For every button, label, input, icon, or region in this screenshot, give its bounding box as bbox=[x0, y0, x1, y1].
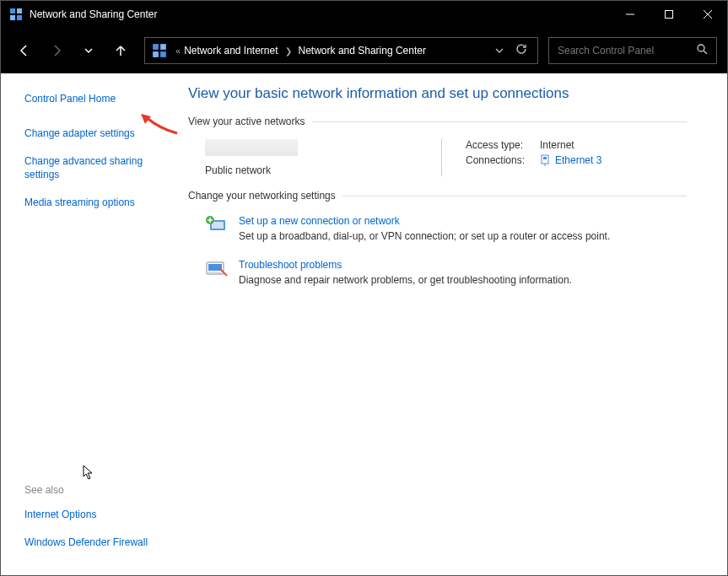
svg-rect-9 bbox=[160, 44, 166, 50]
address-dropdown-icon[interactable] bbox=[495, 43, 504, 58]
up-button[interactable] bbox=[107, 37, 134, 64]
divider bbox=[342, 196, 687, 196]
svg-rect-15 bbox=[543, 157, 547, 159]
troubleshoot-link[interactable]: Troubleshoot problems bbox=[239, 259, 572, 271]
vertical-divider bbox=[441, 139, 442, 176]
access-type-label: Access type: bbox=[466, 139, 540, 151]
sidebar-link-adapter[interactable]: Change adapter settings bbox=[24, 123, 170, 144]
address-bar[interactable]: « Network and Internet ❯ Network and Sha… bbox=[144, 37, 538, 64]
divider bbox=[312, 121, 687, 122]
svg-point-12 bbox=[698, 45, 704, 51]
location-icon bbox=[152, 43, 167, 58]
network-name-redacted bbox=[205, 139, 298, 156]
maximize-button[interactable] bbox=[650, 1, 688, 28]
svg-line-13 bbox=[704, 51, 707, 54]
svg-rect-5 bbox=[666, 11, 673, 19]
svg-rect-2 bbox=[10, 15, 15, 20]
page-heading: View your basic network information and … bbox=[188, 85, 687, 102]
section-title: View your active networks bbox=[188, 116, 305, 127]
svg-rect-18 bbox=[212, 222, 224, 229]
ethernet-icon bbox=[540, 154, 550, 166]
svg-rect-10 bbox=[153, 51, 159, 57]
setup-connection-item: Set up a new connection or network Set u… bbox=[188, 210, 687, 254]
close-button[interactable] bbox=[688, 1, 727, 28]
setup-connection-desc: Set up a broadband, dial-up, or VPN conn… bbox=[239, 230, 610, 242]
forward-button[interactable] bbox=[43, 37, 70, 64]
setup-connection-link[interactable]: Set up a new connection or network bbox=[239, 215, 610, 227]
setup-connection-icon bbox=[205, 215, 229, 235]
minimize-button[interactable] bbox=[611, 1, 650, 28]
connections-label: Connections: bbox=[466, 154, 540, 166]
navigation-bar: « Network and Internet ❯ Network and Sha… bbox=[1, 28, 727, 73]
recent-dropdown[interactable] bbox=[75, 37, 102, 64]
troubleshoot-desc: Diagnose and repair network problems, or… bbox=[239, 274, 572, 286]
section-title: Change your networking settings bbox=[188, 190, 336, 202]
sidebar-link-sharing[interactable]: Change advanced sharing settings bbox=[24, 151, 170, 186]
app-icon bbox=[9, 8, 23, 21]
window-controls bbox=[611, 1, 727, 28]
troubleshoot-item: Troubleshoot problems Diagnose and repai… bbox=[188, 254, 687, 298]
svg-rect-11 bbox=[160, 51, 166, 57]
content-area: Control Panel Home Change adapter settin… bbox=[1, 73, 727, 575]
sidebar-link-internet-options[interactable]: Internet Options bbox=[24, 504, 170, 525]
sidebar-link-firewall[interactable]: Windows Defender Firewall bbox=[24, 532, 170, 553]
breadcrumb-item[interactable]: Network and Internet bbox=[184, 45, 278, 57]
svg-rect-3 bbox=[17, 15, 22, 20]
window-title: Network and Sharing Center bbox=[30, 8, 611, 20]
connection-link[interactable]: Ethernet 3 bbox=[555, 154, 601, 166]
main-panel: View your basic network information and … bbox=[178, 73, 727, 575]
sidebar: Control Panel Home Change adapter settin… bbox=[1, 73, 178, 575]
network-type: Public network bbox=[205, 164, 441, 176]
network-identity: Public network bbox=[205, 139, 441, 176]
breadcrumb-item[interactable]: Network and Sharing Center bbox=[299, 45, 426, 57]
search-input[interactable] bbox=[558, 45, 696, 57]
sidebar-link-media[interactable]: Media streaming options bbox=[24, 192, 170, 213]
back-button[interactable] bbox=[11, 37, 38, 64]
svg-rect-22 bbox=[208, 272, 222, 273]
change-settings-header: Change your networking settings bbox=[188, 190, 687, 202]
access-type-value: Internet bbox=[540, 139, 574, 151]
search-icon[interactable] bbox=[696, 43, 708, 58]
breadcrumb-separator-icon[interactable]: ❯ bbox=[285, 46, 292, 56]
refresh-button[interactable] bbox=[515, 43, 527, 58]
troubleshoot-icon bbox=[205, 259, 229, 279]
active-network-row: Public network Access type: Internet Con… bbox=[188, 136, 687, 190]
svg-rect-0 bbox=[10, 8, 15, 13]
active-networks-header: View your active networks bbox=[188, 116, 687, 127]
svg-rect-1 bbox=[17, 8, 22, 13]
window-titlebar: Network and Sharing Center bbox=[1, 1, 727, 28]
sidebar-link-home[interactable]: Control Panel Home bbox=[24, 89, 170, 110]
network-details: Access type: Internet Connections: Ether… bbox=[466, 139, 601, 176]
svg-rect-8 bbox=[153, 44, 159, 50]
see-also-header: See also bbox=[24, 484, 170, 496]
breadcrumb-overflow-icon[interactable]: « bbox=[175, 46, 181, 56]
search-bar[interactable] bbox=[548, 37, 717, 64]
